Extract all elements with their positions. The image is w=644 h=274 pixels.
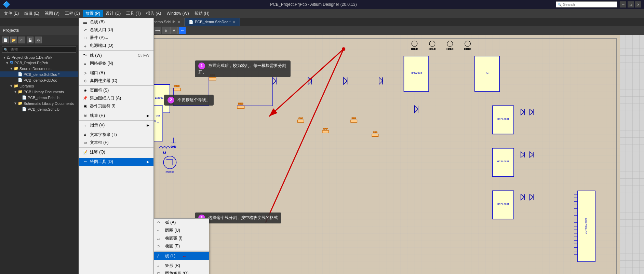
place-dropdown-menu: ▬ 总线 (B) ↗ 总线入口 (U) □ 器件 (P)... ⏚ 电源端口 (… xyxy=(79,18,154,274)
menu-drawtool[interactable]: ✏ 绘图工具 (D) ▶ xyxy=(79,158,153,166)
circle-icon: ○ xyxy=(157,229,164,232)
submenu-line[interactable]: ╱ 线 (L) ← xyxy=(154,252,209,260)
svg-text:CONNECTOR: CONNECTOR xyxy=(584,218,587,234)
submenu-sep2 xyxy=(154,261,209,261)
note-icon: 📝 xyxy=(82,150,89,154)
menu-part[interactable]: □ 器件 (P)... xyxy=(79,34,153,42)
circle-label: 圆圈 (U) xyxy=(165,228,180,233)
submenu-ellipse[interactable]: ⬭ 椭圆 (E) xyxy=(154,242,209,250)
svg-rect-63 xyxy=(322,131,329,133)
restore-button[interactable]: □ xyxy=(628,1,634,8)
title-left: 🔷 xyxy=(3,1,71,8)
submenu-ellipse-arc[interactable]: ◡ 椭圆弧 (I) xyxy=(154,234,209,242)
bus-entry-label: 总线入口 (U) xyxy=(90,27,149,33)
menu-sheetentry[interactable]: ◈ 页面符 (S) xyxy=(79,86,153,94)
minimize-button[interactable]: ─ xyxy=(620,1,626,8)
menu-power[interactable]: ⏚ 电源端口 (O) xyxy=(79,42,153,50)
submenu-roundrect[interactable]: ▢ 圆角矩形 (O) xyxy=(154,270,209,274)
menu-port[interactable]: ▷ 端口 (R) xyxy=(79,69,153,77)
menu-bus-entry[interactable]: ↗ 总线入口 (U) xyxy=(79,26,153,34)
ann-text-1: 放置完成后，较为凌乱。每一模块需要分割开。 xyxy=(198,63,286,74)
menu-edit[interactable]: 编辑 (E) xyxy=(22,10,42,17)
submenu-circle[interactable]: ○ 圆圈 (U) xyxy=(154,227,209,234)
menu-directive[interactable]: ↑ 指示 (V) ▶ xyxy=(79,121,153,129)
bus-entry-icon: ↗ xyxy=(82,28,89,32)
menu-harness[interactable]: ≋ 线束 (H) ▶ xyxy=(79,112,153,120)
sep2 xyxy=(79,68,153,68)
svg-text:HCPL0631: HCPL0631 xyxy=(497,118,509,121)
sheetpart-icon: ▣ xyxy=(82,104,89,108)
menu-netlabel[interactable]: ≡ 网络标签 (N) xyxy=(79,59,153,67)
schdoc-tab-close[interactable]: ✕ xyxy=(233,20,236,24)
harness-label: 线束 (H) xyxy=(90,113,147,119)
search-container: 🔍 xyxy=(556,1,617,8)
svg-text:HOLE: HOLE xyxy=(429,47,436,51)
submenu-arc[interactable]: ◠ 弧 (A) xyxy=(154,219,209,227)
roundrect-icon: ▢ xyxy=(157,272,164,274)
rect-icon: □ xyxy=(157,264,164,268)
svg-text:RES: RES xyxy=(238,102,243,105)
harness-arrow: ▶ xyxy=(147,114,149,118)
netlabel-label: 网络标签 (N) xyxy=(90,60,149,66)
svg-text:CAP: CAP xyxy=(298,117,303,119)
arrow-indicator: ← xyxy=(182,254,187,259)
wire-shortcut: Ctrl+W xyxy=(138,53,149,57)
menu-note[interactable]: 📝 注释 (Q) xyxy=(79,148,153,156)
menu-project[interactable]: 工程 (C) xyxy=(62,10,83,17)
menu-help[interactable]: 帮助 (H) xyxy=(192,10,212,17)
menu-view[interactable]: 视图 (V) xyxy=(42,10,62,17)
bus-icon: ▬ xyxy=(82,20,89,24)
menu-reports[interactable]: 报告 (A) xyxy=(144,10,164,17)
menu-window[interactable]: Window (W) xyxy=(164,10,191,16)
power-icon: ⏚ xyxy=(82,44,89,48)
svg-text:HOLE: HOLE xyxy=(446,47,453,51)
sep6 xyxy=(79,130,153,130)
svg-text:HOLE: HOLE xyxy=(464,47,471,51)
menu-wire[interactable]: 〜 线 (W) Ctrl+W xyxy=(79,51,153,59)
svg-text:TPS7633: TPS7633 xyxy=(410,71,422,74)
offsheet-label: 离图连接器 (C) xyxy=(90,78,149,84)
sep7 xyxy=(79,147,153,148)
power-label: 电源端口 (O) xyxy=(90,43,149,49)
note-label: 注释 (Q) xyxy=(90,149,149,155)
svg-rect-16 xyxy=(209,77,216,80)
menu-textstr[interactable]: A 文本字符串 (T) xyxy=(79,131,153,139)
ellipse-arc-label: 椭圆弧 (I) xyxy=(165,235,183,241)
sheetentry-label: 页面符 (S) xyxy=(90,87,149,93)
harness-icon: ≋ xyxy=(82,113,89,118)
ellipse-arc-icon: ◡ xyxy=(157,236,164,240)
menu-place[interactable]: 放置 (P) xyxy=(83,10,103,17)
close-button[interactable]: ✕ xyxy=(635,1,641,8)
submenu-rect[interactable]: □ 矩形 (R) xyxy=(154,262,209,270)
line-icon: ╱ xyxy=(157,254,164,258)
menu-sheetpart[interactable]: ▣ 器件页面符 (I) xyxy=(79,102,153,110)
sep8 xyxy=(79,157,153,157)
drawtool-arrow: ▶ xyxy=(147,160,149,164)
arc-icon: ◠ xyxy=(157,221,164,224)
global-search-input[interactable] xyxy=(563,2,617,6)
ann-text-3: 选择这个线分割，按空格改变线的格式 xyxy=(208,215,278,220)
sep4 xyxy=(79,111,153,111)
wire-icon: 〜 xyxy=(82,52,89,58)
drawtool-submenu: ◠ 弧 (A) ○ 圆圈 (U) ◡ 椭圆弧 (I) ⬭ 椭圆 (E) ╱ 线 … xyxy=(154,218,209,274)
netlabel-icon: ≡ xyxy=(82,61,89,66)
menu-addsheetpin[interactable]: 📌 添加图纸入口 (A) xyxy=(79,94,153,102)
menu-design[interactable]: 设计 (D) xyxy=(103,10,123,17)
menu-bus[interactable]: ▬ 总线 (B) xyxy=(79,18,153,26)
menu-file[interactable]: 文件 (E) xyxy=(1,10,22,17)
titlebar: 🔷 PCB_Project.PrjPcb - Altium Designer (… xyxy=(0,0,644,9)
sep1 xyxy=(79,50,153,51)
menu-textframe[interactable]: ▭ 文本框 (F) xyxy=(79,139,153,147)
arc-label: 弧 (A) xyxy=(165,220,176,225)
textframe-label: 文本框 (F) xyxy=(90,140,149,146)
port-icon: ▷ xyxy=(82,71,89,75)
window-title: PCB_Project.PrjPcb - Altium Designer (20… xyxy=(71,2,556,7)
menu-tools[interactable]: 工具 (T) xyxy=(123,10,144,17)
drawtool-icon: ✏ xyxy=(82,160,89,164)
svg-text:IC: IC xyxy=(486,71,488,74)
sep5 xyxy=(79,120,153,121)
textstr-icon: A xyxy=(82,133,89,137)
svg-point-117 xyxy=(342,47,345,51)
menu-offsheet[interactable]: ◇ 离图连接器 (C) xyxy=(79,77,153,85)
sep3 xyxy=(79,85,153,86)
